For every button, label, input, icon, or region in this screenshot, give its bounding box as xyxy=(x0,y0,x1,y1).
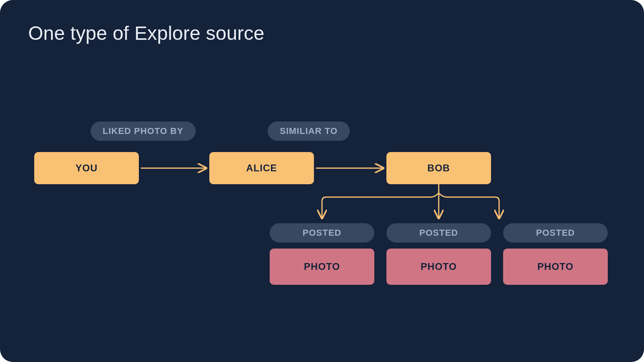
edge-similar-to: SIMILIAR TO xyxy=(268,121,350,141)
arrow-you-to-alice xyxy=(139,163,209,175)
posted-pill-2: POSTED xyxy=(503,223,608,243)
node-alice: ALICE xyxy=(209,152,314,184)
node-bob-label: BOB xyxy=(427,162,450,174)
node-bob: BOB xyxy=(386,152,491,184)
branch-bob-to-posts xyxy=(278,184,543,224)
photo-label-2: PHOTO xyxy=(537,261,574,272)
posted-pill-0: POSTED xyxy=(270,223,374,243)
edge-liked-photo-by: LIKED PHOTO BY xyxy=(91,121,196,141)
photo-box-2: PHOTO xyxy=(503,249,608,285)
photo-label-1: PHOTO xyxy=(421,261,457,272)
photo-box-0: PHOTO xyxy=(270,249,374,285)
arrow-alice-to-bob xyxy=(314,163,386,175)
node-you-label: YOU xyxy=(75,162,97,174)
node-alice-label: ALICE xyxy=(246,162,277,174)
posted-pill-1: POSTED xyxy=(386,223,491,243)
node-you: YOU xyxy=(34,152,139,184)
photo-box-1: PHOTO xyxy=(386,249,491,285)
posted-label-0: POSTED xyxy=(303,228,341,238)
edge1-label: LIKED PHOTO BY xyxy=(103,126,184,136)
posted-label-1: POSTED xyxy=(419,228,458,238)
edge2-label: SIMILIAR TO xyxy=(280,126,338,136)
photo-label-0: PHOTO xyxy=(304,261,340,272)
posted-label-2: POSTED xyxy=(536,228,575,238)
slide-title: One type of Explore source xyxy=(28,22,264,44)
slide-canvas: One type of Explore source YOU ALICE BOB… xyxy=(0,0,644,362)
